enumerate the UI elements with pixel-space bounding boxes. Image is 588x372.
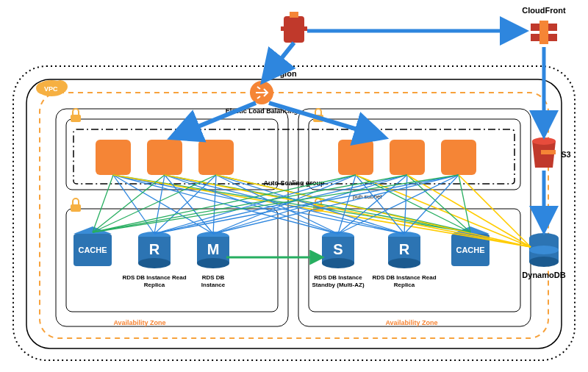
svg-text:RDS DB: RDS DB	[202, 274, 225, 281]
svg-text:Standby (Multi-AZ): Standby (Multi-AZ)	[312, 282, 364, 288]
svg-rect-42	[539, 21, 548, 44]
cache-node: CACHE	[74, 226, 112, 266]
svg-text:M: M	[207, 241, 220, 257]
architecture-diagram: region VPC Availability Zone Availabilit…	[0, 0, 588, 372]
svg-line-53	[173, 103, 256, 137]
dynamodb-icon	[529, 233, 559, 267]
svg-line-75	[216, 175, 531, 247]
svg-text:CACHE: CACHE	[456, 246, 484, 254]
svg-rect-44	[541, 150, 556, 154]
svg-rect-38	[290, 12, 298, 18]
client-icon	[281, 12, 307, 43]
s3-label: S3	[561, 150, 570, 159]
svg-text:R: R	[149, 241, 160, 257]
ec2-instances	[96, 140, 476, 175]
asg-label: Auto Scaling group	[264, 179, 325, 187]
s3-icon	[532, 137, 556, 168]
region-label: region	[272, 69, 297, 78]
svg-text:RDS DB Instance Read: RDS DB Instance Read	[122, 274, 186, 281]
svg-text:Replica: Replica	[394, 282, 415, 288]
svg-rect-6	[71, 204, 81, 212]
svg-line-82	[356, 175, 531, 247]
db-instance: RRDS DB Instance ReadReplica	[372, 232, 436, 288]
ec2-instance	[338, 140, 373, 175]
cloudfront-label: CloudFront	[522, 6, 566, 15]
dynamodb-label: DynamoDB	[522, 271, 565, 279]
svg-point-12	[138, 258, 171, 268]
svg-text:S: S	[333, 241, 343, 257]
svg-point-30	[388, 258, 420, 268]
svg-text:VPC: VPC	[44, 85, 58, 93]
svg-point-18	[197, 258, 229, 268]
svg-text:Replica: Replica	[144, 282, 165, 288]
vpc-badge: VPC	[36, 80, 68, 96]
az-right-label: Availability Zone	[385, 319, 437, 326]
svg-point-43	[532, 137, 556, 145]
svg-line-54	[269, 103, 382, 137]
db-instance: RRDS DB Instance ReadReplica	[122, 232, 186, 288]
svg-point-47	[529, 257, 559, 267]
svg-text:Instance: Instance	[201, 282, 226, 288]
az-left-label: Availability Zone	[113, 319, 165, 326]
svg-point-24	[322, 258, 354, 268]
elb-icon	[250, 81, 273, 104]
svg-text:RDS DB Instance: RDS DB Instance	[314, 274, 362, 281]
svg-rect-4	[71, 115, 81, 122]
lock-icon	[71, 109, 81, 122]
svg-text:RDS DB Instance Read: RDS DB Instance Read	[372, 274, 436, 281]
cloudfront-icon	[531, 21, 557, 44]
svg-text:CACHE: CACHE	[78, 246, 107, 254]
svg-text:R: R	[399, 241, 410, 257]
svg-point-48	[529, 246, 559, 254]
db-instance: MRDS DBInstance	[197, 232, 229, 288]
ec2-instance	[96, 140, 131, 175]
ec2-instance	[390, 140, 425, 175]
ec2-instance	[198, 140, 234, 175]
ec2-instance	[441, 140, 476, 175]
db-instance: SRDS DB InstanceStandby (Multi-AZ)	[312, 232, 364, 288]
ec2-instance	[147, 140, 182, 175]
svg-rect-37	[281, 26, 307, 31]
lock-icon	[71, 198, 81, 212]
